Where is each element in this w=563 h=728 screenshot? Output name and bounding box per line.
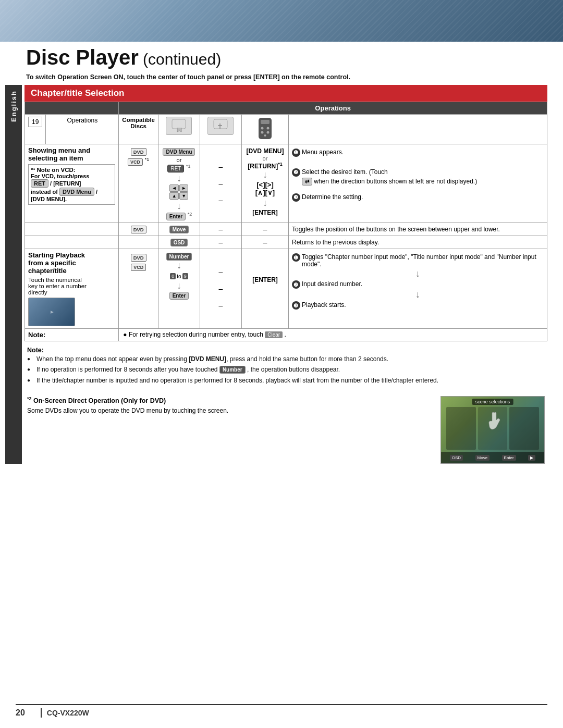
vcd-note-box: *¹ Note on VCD: For VCD, touch/press RET… [28, 164, 115, 205]
operations-header: Operations [119, 102, 547, 114]
note-item-2: If no operation is performed for 8 secon… [27, 364, 545, 375]
dvd-disc-icon-2: DVD [131, 226, 146, 233]
touch-icon [166, 117, 192, 135]
touch-icon-2 [207, 117, 234, 135]
ret-button: RET [31, 179, 48, 188]
note-label: Note: [25, 329, 119, 341]
svg-rect-0 [172, 119, 186, 129]
notes-section: Note: When the top menu does not appear … [25, 347, 547, 386]
intro-text: To switch Operation Screen ON, touch the… [0, 71, 563, 85]
ops-col-header: Operations [46, 114, 119, 144]
onscreen-image: scene selections OSD Move Enter [440, 396, 545, 464]
num-0: 0 [170, 273, 176, 279]
ps2-num: ❷ [292, 280, 300, 289]
ps2-text: Input desired number. [302, 280, 362, 288]
arrow-r2: ↓ [245, 198, 285, 207]
playback-step1: ❶ Toggles "Chapter number input mode", "… [292, 253, 544, 268]
dir-right: ► [179, 184, 189, 192]
arrow-p1: ↓ [162, 261, 197, 270]
playback-label-cell: Starting Playbackfrom a specificchapter/… [25, 249, 119, 329]
table-row-osd: OSD – – Returns to the previous display. [25, 236, 547, 249]
dvd-icon-3: DVD [131, 254, 146, 262]
playback-step2: ❷ Input desired number. [292, 280, 544, 289]
svg-point-4 [261, 127, 263, 129]
vcd-note-dvdmenu: [DVD MENU]. [31, 196, 113, 202]
num-9: 9 [182, 273, 188, 279]
enter-btn-1: Enter [166, 213, 186, 220]
ps1-text: Toggles "Chapter number input mode", "Ti… [302, 253, 544, 268]
page-num-cell: 19 [25, 114, 46, 144]
note-retry-text: ● For retrying selection during number e… [123, 331, 265, 338]
ps1-num: ❶ [292, 253, 300, 262]
onscreen-body: Some DVDs allow you to operate the DVD m… [27, 407, 430, 414]
step1-text: Menu appears. [302, 149, 344, 156]
showing-menu-desc: ❶ Menu appears. ❷ Select the desired ite… [288, 144, 547, 223]
vcd-note-body: For VCD, touch/press [31, 173, 113, 179]
osd-icon-cell: OSD [158, 236, 200, 249]
table-row-move: DVD Move – – Toggles the position of the… [25, 223, 547, 236]
table-row-note: Note: ● For retrying selection during nu… [25, 329, 547, 341]
step2-num: ❷ [292, 168, 300, 177]
onscreen-text: *2 On-Screen Direct Operation (Only for … [27, 396, 430, 414]
dir-down: ▼ [179, 192, 189, 200]
move-dash2: – [241, 223, 288, 236]
remote-icon [256, 117, 274, 140]
onscreen-title: *2 On-Screen Direct Operation (Only for … [27, 396, 430, 404]
vcd-note-title: *¹ Note on VCD: [31, 167, 113, 173]
arrow-2: ↓ [162, 201, 197, 211]
move-compat: DVD [119, 223, 158, 236]
direction-buttons: ◄ ► ▲ ▼ [169, 184, 188, 200]
playback-compat: DVD VCD [119, 249, 158, 329]
osd-dash1: – [200, 236, 241, 249]
onscreen-bottom-bar: OSD Move Enter ▶ [441, 452, 544, 463]
page-number: 19 [28, 117, 42, 127]
playback-desc: ❶ Toggles "Chapter number input mode", "… [288, 249, 547, 329]
showing-menu-label: Showing menu andselecting an item *¹ Not… [25, 144, 119, 223]
footer-divider [41, 708, 42, 718]
arrow-p2: ↓ [162, 281, 197, 290]
showing-menu-remote: [DVD MENU] or [RETURN]*1 ↓ [<][>][∧][∨] … [241, 144, 288, 223]
dvd-disc-icon: DVD [131, 148, 146, 156]
cursor-icon [488, 412, 504, 430]
move-ops-cell [25, 223, 119, 236]
svg-point-7 [266, 131, 269, 133]
number-range: 0 to 9 [162, 272, 197, 279]
desc-col-header [288, 114, 547, 144]
move-desc: Toggles the position of the buttons on t… [288, 223, 547, 236]
page-num-header [25, 102, 119, 114]
showing-menu-touch-col: DVD Menu or RET *1 ↓ ◄ ► [158, 144, 200, 223]
onscreen-superscript: *2 [27, 396, 32, 401]
vcd-icon-3: VCD [131, 264, 146, 271]
move-btn: Move [169, 226, 189, 233]
move-dash1: – [200, 223, 241, 236]
note-label-text: Note: [28, 331, 45, 339]
notes-list: When the top menu does not appear even b… [27, 354, 545, 386]
btn-enter: Enter [502, 455, 516, 461]
main-content: Chapter/title Selection Operations 19 Op… [25, 85, 547, 464]
osd-compat [119, 236, 158, 249]
dir-left: ◄ [169, 184, 179, 192]
ret-btn: RET [167, 165, 184, 172]
btn-move: Move [475, 455, 490, 461]
arrow-1: ↓ [162, 174, 197, 183]
vcd-disc-icon: VCD [128, 158, 143, 166]
step1-line: ❶ Menu appears. [292, 149, 544, 157]
step2-line: ❷ Select the desired item. (Touch [292, 168, 544, 177]
btn-osd: OSD [450, 455, 463, 461]
footer-page-number: 20 [16, 708, 25, 718]
table-row: Showing menu andselecting an item *¹ Not… [25, 144, 547, 223]
vcd-note-instead: instead of DVD Menu / [31, 188, 113, 196]
num-to: to [177, 274, 181, 279]
note-retry-end: . [284, 331, 286, 338]
operations-table: Operations 19 Operations CompatibleDiscs [25, 102, 547, 342]
step2-text: Select the desired item. (Touch [302, 168, 388, 176]
note-item-3: If the title/chapter number is inputted … [27, 375, 545, 386]
english-sidebar: English [5, 85, 22, 464]
onscreen-section: *2 On-Screen Direct Operation (Only for … [25, 396, 547, 464]
touch-icon-col2 [200, 114, 241, 144]
playback-thumbnail: ▶ [28, 298, 75, 326]
showing-menu-dash1: ––– [200, 144, 241, 223]
footer-model: CQ-VX220W [47, 709, 89, 717]
svg-point-8 [264, 134, 266, 137]
step3-text: Determine the setting. [302, 193, 363, 201]
